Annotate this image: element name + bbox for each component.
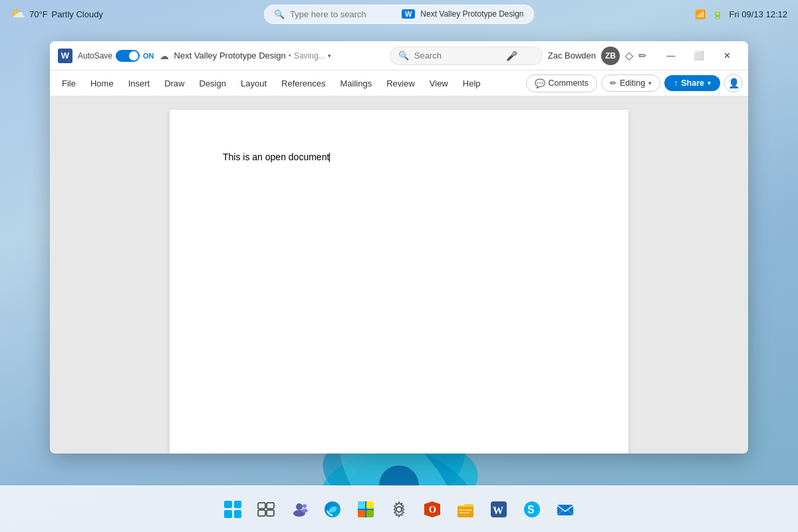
system-bar: ⛅ 70°F Partly Cloudy 🔍 W Next Valley Pro… [0,0,798,28]
menu-design[interactable]: Design [193,76,233,91]
battery-icon: 🔋 [712,9,723,19]
taskbar: O W S [0,485,798,532]
menu-file[interactable]: File [55,76,82,91]
svg-rect-18 [366,510,374,517]
onedrive-icon: ☁ [160,51,169,61]
text-cursor [329,153,330,162]
svg-point-9 [296,503,303,510]
weather-icon: ⛅ [11,7,25,21]
mail-icon[interactable] [551,495,580,524]
presenter-mode-button[interactable]: 👤 [724,74,743,92]
maximize-button[interactable]: ⬜ [686,46,712,66]
menu-references[interactable]: References [275,76,332,91]
document-area[interactable]: This is an open document [50,96,748,454]
store-icon[interactable] [351,495,380,524]
settings-icon[interactable] [384,495,414,524]
title-bar: W AutoSave ON ☁ Next Valley Prototype De… [50,41,748,70]
search-input[interactable] [290,9,396,19]
editing-label: Editing [620,78,645,88]
word-logo: W [58,49,72,63]
taskbar-search[interactable]: 🔍 W Next Valley Prototype Design [264,5,534,24]
editing-button[interactable]: ✏ Editing ▾ [601,74,660,92]
svg-text:O: O [429,505,436,515]
title-search-input[interactable] [414,51,501,61]
share-button[interactable]: ↑ Share ▾ [664,75,720,91]
svg-rect-7 [258,510,265,516]
svg-rect-22 [458,505,473,517]
windows-logo-icon [224,501,241,518]
comments-button[interactable]: 💬 Comments [526,74,597,92]
share-chevron-icon: ▾ [708,80,711,86]
svg-rect-29 [557,505,573,515]
teams-icon[interactable] [285,495,314,524]
autosave-toggle[interactable] [116,50,140,62]
menu-review[interactable]: Review [380,76,422,91]
edge-icon[interactable] [318,495,347,524]
task-view-icon [257,502,275,517]
weather-condition: Partly Cloudy [52,9,103,19]
menu-view[interactable]: View [423,76,455,91]
svg-rect-17 [358,510,365,517]
title-chevron-icon[interactable]: ▾ [328,53,331,59]
title-search-box[interactable]: 🔍 🎤 [390,47,543,65]
document-page[interactable]: This is an open document [170,110,628,454]
svg-text:S: S [527,504,535,515]
window-controls: — ⬜ ✕ [658,46,740,66]
autosave-label: AutoSave [78,51,112,61]
search-icon: 🔍 [274,9,285,19]
autosave-section: AutoSave ON [78,50,154,62]
svg-rect-24 [459,512,469,513]
user-avatar[interactable]: ZB [601,47,620,65]
doc-filename: Next Valley Prototype Design [174,51,286,61]
search-app-label: Next Valley Prototype Design [420,9,523,19]
saving-indicator: • [289,51,291,61]
document-content: This is an open document [223,150,575,164]
menu-draw[interactable]: Draw [158,76,191,91]
menu-insert[interactable]: Insert [122,76,157,91]
svg-rect-5 [258,503,265,509]
pen-icon[interactable]: ✏ [638,50,647,62]
svg-rect-15 [358,501,365,509]
app-badge: W [402,9,415,19]
date-time: Fri 09/13 12:12 [730,9,787,19]
menu-layout[interactable]: Layout [234,76,273,91]
share-label: Share [681,78,704,88]
diamond-icon: ◇ [625,49,633,62]
svg-rect-8 [267,510,274,516]
start-button[interactable] [218,495,247,524]
wifi-icon: 📶 [695,9,706,19]
title-search-icon: 🔍 [398,51,409,61]
word-window: W AutoSave ON ☁ Next Valley Prototype De… [50,41,748,454]
svg-point-19 [396,507,402,512]
word-taskbar-icon[interactable]: W [484,495,513,524]
user-name: Zac Bowden [548,51,596,61]
user-section: Zac Bowden ZB [548,47,620,65]
svg-rect-16 [366,501,374,509]
menu-mailings[interactable]: Mailings [334,76,379,91]
menu-help[interactable]: Help [456,76,487,91]
close-button[interactable]: ✕ [714,46,740,66]
comments-icon: 💬 [535,78,545,88]
minimize-button[interactable]: — [658,46,684,66]
desktop: ⛅ 70°F Partly Cloudy 🔍 W Next Valley Pro… [0,0,798,532]
svg-point-12 [301,509,308,513]
system-tray: 📶 🔋 Fri 09/13 12:12 [695,9,787,19]
doc-title-section: Next Valley Prototype Design • Saving...… [174,51,384,61]
skype-icon[interactable]: S [517,495,547,524]
menu-home[interactable]: Home [84,76,120,91]
autosave-state: ON [143,52,154,60]
file-explorer-icon[interactable] [451,495,480,524]
editing-chevron-icon: ▾ [648,80,652,86]
weather-temp: 70°F [29,9,48,19]
share-icon: ↑ [674,78,678,88]
svg-text:W: W [493,505,503,516]
right-controls: 💬 Comments ✏ Editing ▾ ↑ Share ▾ 👤 [526,74,743,92]
svg-rect-6 [267,503,274,509]
svg-point-11 [303,504,307,508]
svg-rect-23 [459,509,472,511]
weather-widget[interactable]: ⛅ 70°F Partly Cloudy [11,7,103,21]
office-icon[interactable]: O [418,495,447,524]
comments-label: Comments [549,78,589,88]
task-view-button[interactable] [251,495,281,524]
microphone-icon[interactable]: 🎤 [506,51,517,61]
